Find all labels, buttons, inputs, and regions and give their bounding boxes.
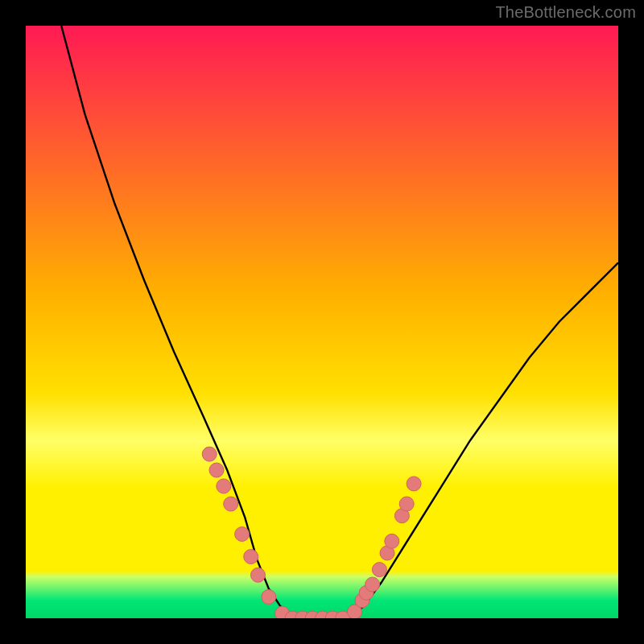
marker-left-cluster	[217, 479, 231, 493]
marker-left-cluster	[209, 463, 224, 477]
marker-left-cluster	[244, 550, 258, 564]
marker-right-cluster	[407, 477, 421, 491]
stage: TheBottleneck.com	[0, 0, 644, 644]
marker-left-cluster	[251, 568, 266, 582]
marker-left-cluster	[202, 447, 217, 461]
chart-svg	[26, 26, 618, 618]
gradient-background	[26, 26, 618, 618]
marker-right-cluster	[385, 534, 399, 548]
marker-right-cluster	[399, 497, 414, 511]
plot-area	[26, 26, 618, 618]
marker-right-cluster	[372, 563, 386, 577]
marker-left-cluster	[262, 590, 276, 605]
watermark-text: TheBottleneck.com	[495, 3, 636, 22]
marker-left-cluster	[235, 527, 250, 542]
marker-right-cluster	[365, 577, 380, 592]
marker-left-cluster	[224, 497, 238, 511]
